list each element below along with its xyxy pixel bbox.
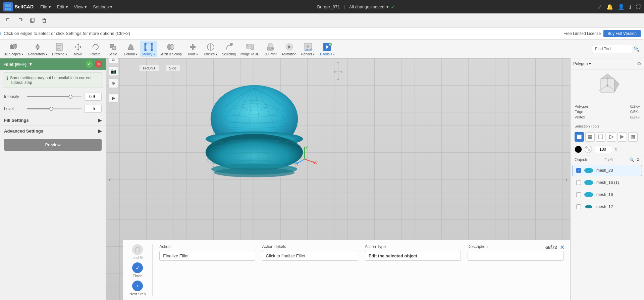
tool-drawing[interactable]: Drawing ▾ (50, 41, 69, 57)
tool-deform[interactable]: Deform ▾ (122, 41, 140, 57)
action-details-input[interactable] (262, 251, 358, 261)
object-name-mesh16-1: mesh_16 (1) (596, 180, 619, 185)
top-actions: ⤢ 🔔 👤 ℹ ⛶ (597, 4, 641, 10)
panel-header: Fillet (M+F) ▼ ✓ ✕ (0, 58, 106, 70)
tool-sculpting[interactable]: Sculpting (220, 41, 238, 57)
object-item-mesh20[interactable]: ✓ mesh_20 (573, 165, 642, 176)
saved-dropdown[interactable]: ▾ (386, 4, 389, 9)
tool-render[interactable]: Render ▾ (299, 41, 317, 57)
menu-edit[interactable]: Edit ▾ (54, 3, 71, 11)
title-area: Burger_871 | All changes saved ▾ ✓ (119, 4, 593, 10)
intensity-input[interactable] (84, 93, 102, 101)
user-icon[interactable]: 👤 (618, 4, 625, 10)
camera-button[interactable]: 📷 (109, 66, 118, 76)
front-label: FRONT (140, 65, 159, 71)
fill-settings-section[interactable]: Fill Settings ▶ (0, 115, 106, 126)
zoom-button[interactable]: ▶ (109, 93, 118, 103)
objects-settings-icon[interactable]: ⚙ (636, 157, 640, 162)
fill-settings-arrow: ▶ (98, 118, 102, 123)
tool-scale[interactable]: Scale (105, 41, 121, 57)
tool-tutorials[interactable]: Tutorials ▾ (317, 41, 337, 57)
tool-3d-shapes[interactable]: 3D Shapes ▾ (2, 41, 25, 57)
view-cube-3d[interactable] (594, 72, 621, 99)
intensity-thumb[interactable] (68, 95, 72, 99)
panel-dropdown-arrow[interactable]: ▼ (29, 62, 33, 67)
panel-ok-button[interactable]: ✓ (86, 60, 93, 68)
polygon-selector[interactable]: Polygon ▾ (573, 61, 591, 66)
tool-stitch[interactable]: Stitch & Scoop (158, 41, 184, 57)
sel-tool-wire[interactable] (607, 132, 616, 142)
find-tool-input[interactable] (592, 45, 632, 53)
level-thumb[interactable] (49, 107, 53, 111)
intensity-fill (27, 96, 70, 97)
copy-button[interactable] (27, 15, 38, 26)
intensity-slider[interactable] (27, 96, 82, 97)
objects-search-icon[interactable]: 🔍 (629, 157, 634, 162)
svg-line-86 (305, 159, 314, 162)
polygon-stat: Polygon 0/2K+ (575, 104, 640, 109)
svg-rect-102 (590, 135, 592, 137)
panel-close-button[interactable]: ✕ (95, 60, 102, 68)
nav-arrow-right[interactable]: › (565, 176, 568, 183)
menu-view[interactable]: View ▾ (71, 3, 90, 11)
render-label: Render ▾ (301, 52, 315, 56)
tool-utilities[interactable]: Utilities ▾ (202, 41, 219, 57)
tool-move[interactable]: Move (70, 41, 87, 57)
tool-image-to-3d[interactable]: Image To 3D (238, 41, 262, 57)
tool-3d-print[interactable]: 3D Print (262, 41, 279, 57)
level-slider[interactable] (27, 108, 82, 109)
object-item-mesh16[interactable]: mesh_16 (573, 189, 642, 200)
sel-tool-half[interactable] (628, 132, 638, 142)
bell-icon[interactable]: 🔔 (606, 4, 613, 10)
right-settings-icon[interactable]: ⚙ (637, 61, 641, 66)
mesh-dots[interactable] (585, 146, 592, 153)
menu-file[interactable]: File ▾ (38, 3, 54, 11)
undo-button[interactable] (3, 15, 13, 26)
tool-tools[interactable]: Tools ▾ (184, 41, 201, 57)
tool-animation[interactable]: Animation (279, 41, 298, 57)
delete-button[interactable] (39, 15, 50, 26)
advanced-settings-section[interactable]: Advanced Settings ▶ (0, 126, 106, 136)
home-button[interactable]: ⌂ (109, 58, 118, 64)
sel-tool-cube[interactable] (575, 132, 584, 142)
advanced-settings-label: Advanced Settings (4, 129, 43, 134)
preview-button[interactable]: Preview (4, 139, 102, 151)
next-step-action[interactable]: › Next Step (129, 281, 146, 296)
panel-header-left: Fillet (M+F) ▼ (3, 62, 33, 67)
polygon-dropdown[interactable]: ▾ (589, 61, 591, 66)
info-icon[interactable]: ℹ (629, 4, 631, 10)
compass-button[interactable]: ⊕ (109, 79, 118, 88)
svg-rect-104 (590, 137, 592, 139)
sel-tool-dots[interactable] (585, 132, 595, 142)
nav-arrow-left[interactable]: ‹ (109, 176, 111, 183)
menu-settings[interactable]: Settings ▾ (90, 3, 115, 11)
license-text: Free Limited License (564, 31, 601, 36)
expand-icon[interactable]: ⛶ (636, 4, 641, 9)
object-checkbox-mesh20[interactable]: ✓ (576, 168, 581, 173)
tool-generators[interactable]: Generators ▾ (26, 41, 49, 57)
object-checkbox-mesh16-1[interactable] (576, 180, 581, 185)
opacity-input[interactable]: 100 (595, 146, 612, 153)
redo-button[interactable] (15, 15, 25, 26)
tutorial-close-button[interactable]: ✕ (560, 244, 565, 251)
action-input[interactable] (159, 251, 255, 261)
share-icon[interactable]: ⤢ (597, 4, 602, 10)
sel-tool-frame[interactable] (596, 132, 605, 142)
object-checkbox-mesh16[interactable] (576, 192, 581, 197)
animation-label: Animation (281, 52, 296, 56)
buy-button[interactable]: Buy Full Version (603, 30, 641, 37)
tool-modify[interactable]: Modify ▾ (140, 41, 157, 57)
menu-bar: File ▾ Edit ▾ View ▾ Settings ▾ (38, 3, 115, 11)
opacity-stepper[interactable]: ⇅ (615, 147, 618, 152)
description-input[interactable] (468, 251, 564, 261)
object-checkbox-mesh12[interactable] (576, 204, 581, 209)
object-item-mesh12[interactable]: mesh_12 (573, 201, 642, 212)
action-type-input[interactable] (365, 251, 461, 261)
sel-tool-filled[interactable] (618, 132, 627, 142)
color-swatch[interactable] (575, 146, 582, 153)
tool-rotate[interactable]: Rotate (87, 41, 104, 57)
object-item-mesh16-1[interactable]: mesh_16 (1) (573, 177, 642, 188)
level-input[interactable] (84, 105, 102, 113)
finish-action[interactable]: ✓ Finish (129, 262, 146, 278)
load-file-action[interactable]: Load file (129, 244, 146, 260)
